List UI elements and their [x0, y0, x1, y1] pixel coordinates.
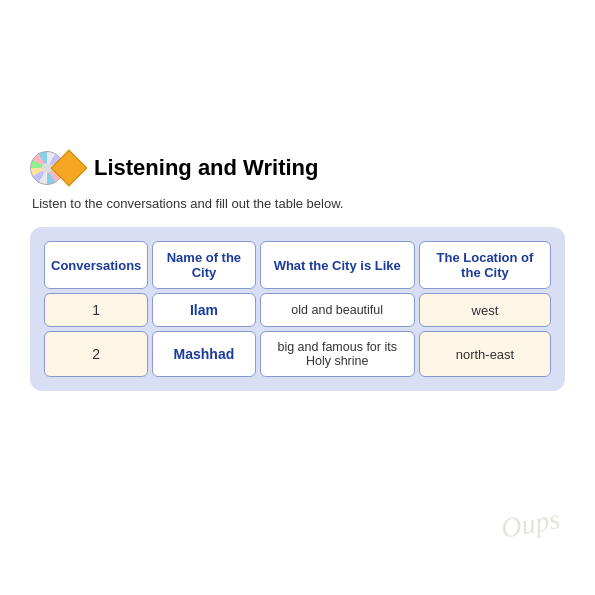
row1-city: Ilam — [152, 293, 255, 327]
watermark: Oups — [499, 503, 563, 545]
row2-city: Mashhad — [152, 331, 255, 377]
row2-location: north-east — [419, 331, 551, 377]
table-row: 1 Ilam old and beautiful west — [44, 293, 551, 327]
instruction-text: Listen to the conversations and fill out… — [32, 196, 565, 211]
row1-location: west — [419, 293, 551, 327]
table-container: Conversations Name of the City What the … — [30, 227, 565, 391]
icon-group — [30, 150, 82, 186]
row2-desc: big and famous for its Holy shrine — [260, 331, 415, 377]
col-header-city: Name of the City — [152, 241, 255, 289]
data-table: Conversations Name of the City What the … — [40, 237, 555, 381]
col-header-conversations: Conversations — [44, 241, 148, 289]
row1-desc: old and beautiful — [260, 293, 415, 327]
table-header-row: Conversations Name of the City What the … — [44, 241, 551, 289]
col-header-what: What the City is Like — [260, 241, 415, 289]
col-header-location: The Location of the City — [419, 241, 551, 289]
page: Listening and Writing Listen to the conv… — [0, 0, 595, 595]
section-header: Listening and Writing — [30, 150, 565, 186]
table-row: 2 Mashhad big and famous for its Holy sh… — [44, 331, 551, 377]
section-title: Listening and Writing — [94, 155, 318, 181]
row2-num: 2 — [44, 331, 148, 377]
row1-num: 1 — [44, 293, 148, 327]
